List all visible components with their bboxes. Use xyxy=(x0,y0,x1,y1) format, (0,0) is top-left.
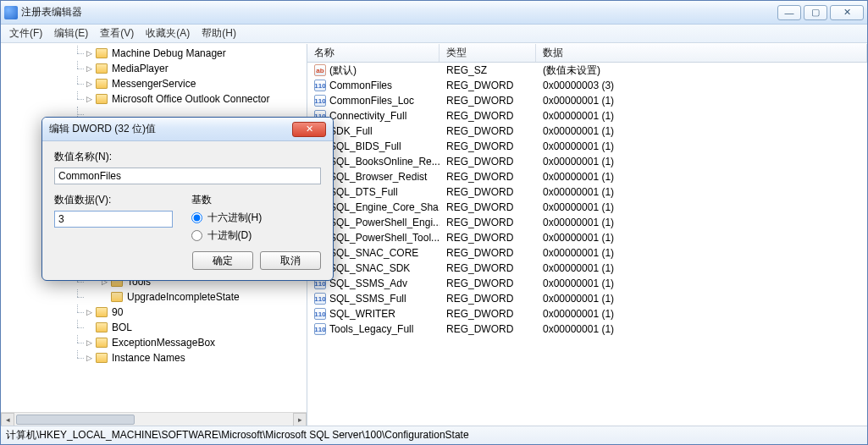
table-row[interactable]: 110SDK_FullREG_DWORD0x00000001 (1) xyxy=(307,124,867,139)
value-type: REG_DWORD xyxy=(440,140,536,152)
value-type: REG_DWORD xyxy=(440,110,536,122)
table-row[interactable]: 110Connectivity_FullREG_DWORD0x00000001 … xyxy=(307,108,867,124)
value-name: SQL_BooksOnline_Re... xyxy=(329,156,440,168)
expand-icon[interactable]: ▷ xyxy=(86,309,93,316)
window-buttons: — ▢ ✕ xyxy=(777,5,864,20)
ok-button[interactable]: 确定 xyxy=(192,251,253,270)
value-data: 0x00000001 (1) xyxy=(536,171,867,183)
tree-item[interactable]: BOL xyxy=(110,320,134,335)
menu-file[interactable]: 文件(F) xyxy=(4,25,47,42)
value-name: SQL_SNAC_SDK xyxy=(329,262,410,274)
radio-dec-input[interactable] xyxy=(191,230,202,241)
value-name: CommonFiles xyxy=(329,80,392,91)
tree-item[interactable]: Machine Debug Manager xyxy=(110,46,228,61)
table-row[interactable]: 110SQL_SNAC_SDKREG_DWORD0x00000001 (1) xyxy=(307,261,867,276)
value-data: 0x00000001 (1) xyxy=(536,201,867,213)
tree-item[interactable]: UpgradeIncompleteState xyxy=(125,289,241,305)
value-type: REG_DWORD xyxy=(440,156,536,168)
value-type: REG_DWORD xyxy=(440,232,536,244)
value-data-field[interactable] xyxy=(54,211,173,228)
table-row[interactable]: 110SQL_PowerShell_Tool...REG_DWORD0x0000… xyxy=(307,230,867,245)
scroll-left-icon[interactable]: ◂ xyxy=(1,413,14,426)
table-row[interactable]: 110SQL_SSMS_FullREG_DWORD0x00000001 (1) xyxy=(307,291,867,306)
dialog-body: 数值名称(N): 数值数据(V): 基数 十六进制(H) 十进制(D) xyxy=(42,141,333,251)
tree-item[interactable]: 90 xyxy=(110,305,124,320)
value-data: 0x00000001 (1) xyxy=(536,156,867,168)
value-type: REG_DWORD xyxy=(440,217,536,228)
table-row[interactable]: 110SQL_BooksOnline_Re...REG_DWORD0x00000… xyxy=(307,154,867,169)
scroll-thumb[interactable] xyxy=(16,415,135,425)
table-row[interactable]: 110Tools_Legacy_FullREG_DWORD0x00000001 … xyxy=(307,321,867,337)
expand-icon[interactable]: ▷ xyxy=(86,65,93,73)
table-row[interactable]: 110SQL_BIDS_FullREG_DWORD0x00000001 (1) xyxy=(307,139,867,154)
value-icon: 110 xyxy=(314,293,326,305)
expand-icon[interactable]: ▷ xyxy=(86,339,93,347)
table-row[interactable]: 110CommonFilesREG_DWORD0x00000003 (3) xyxy=(307,78,867,93)
folder-icon xyxy=(96,307,108,317)
table-row[interactable]: 110SQL_DTS_FullREG_DWORD0x00000001 (1) xyxy=(307,184,867,200)
table-row[interactable]: 110SQL_WRITERREG_DWORD0x00000001 (1) xyxy=(307,306,867,321)
expand-icon[interactable]: ▷ xyxy=(86,50,93,58)
radio-dec[interactable]: 十进制(D) xyxy=(191,228,321,243)
value-icon: 110 xyxy=(314,323,326,335)
close-button[interactable]: ✕ xyxy=(830,5,864,20)
expand-icon[interactable]: ▷ xyxy=(86,354,93,362)
value-name: SQL_BIDS_Full xyxy=(329,140,401,152)
app-icon xyxy=(4,6,18,19)
tree-item[interactable]: ExceptionMessageBox xyxy=(110,335,217,350)
expand-icon[interactable]: ▷ xyxy=(86,80,93,88)
dialog-close-button[interactable]: ✕ xyxy=(292,122,326,137)
table-row[interactable]: 110SQL_Engine_Core_Sha...REG_DWORD0x0000… xyxy=(307,200,867,215)
value-data: 0x00000001 (1) xyxy=(536,95,867,107)
menu-edit[interactable]: 编辑(E) xyxy=(49,25,93,42)
value-icon: 110 xyxy=(314,308,326,320)
column-header-type[interactable]: 类型 xyxy=(440,44,536,62)
expand-icon[interactable] xyxy=(101,294,108,301)
value-name-field[interactable] xyxy=(54,168,321,184)
value-name: SQL_SNAC_CORE xyxy=(329,247,418,259)
value-type: REG_DWORD xyxy=(440,80,536,91)
tree-horizontal-scrollbar[interactable]: ◂ ▸ xyxy=(1,412,307,426)
folder-icon xyxy=(96,79,108,89)
table-row[interactable]: 110SQL_Browser_RedistREG_DWORD0x00000001… xyxy=(307,169,867,184)
expand-icon[interactable]: ▷ xyxy=(86,96,93,103)
minimize-button[interactable]: — xyxy=(777,5,801,20)
scroll-right-icon[interactable]: ▸ xyxy=(293,413,307,426)
value-type: REG_DWORD xyxy=(440,125,536,137)
dialog-title: 编辑 DWORD (32 位)值 xyxy=(49,122,292,136)
cancel-button[interactable]: 取消 xyxy=(260,251,321,270)
menu-favorites[interactable]: 收藏夹(A) xyxy=(141,25,195,42)
table-row[interactable]: 110SQL_PowerShell_Engi...REG_DWORD0x0000… xyxy=(307,215,867,230)
value-name: SQL_DTS_Full xyxy=(329,186,398,198)
tree-item[interactable]: Microsoft Office Outlook Connector xyxy=(110,91,272,107)
window-title: 注册表编辑器 xyxy=(21,5,777,19)
folder-icon xyxy=(96,353,108,363)
table-row[interactable]: ab(默认)REG_SZ(数值未设置) xyxy=(307,63,867,78)
menu-help[interactable]: 帮助(H) xyxy=(196,25,241,42)
radio-hex-input[interactable] xyxy=(191,212,202,223)
value-name: SQL_Engine_Core_Sha... xyxy=(329,201,440,213)
value-type: REG_DWORD xyxy=(440,247,536,259)
table-row[interactable]: 110SQL_SSMS_AdvREG_DWORD0x00000001 (1) xyxy=(307,276,867,291)
table-row[interactable]: 110SQL_SNAC_COREREG_DWORD0x00000001 (1) xyxy=(307,245,867,261)
column-header-data[interactable]: 数据 xyxy=(536,44,867,62)
folder-icon xyxy=(111,292,123,302)
expand-icon[interactable] xyxy=(86,324,93,332)
menu-view[interactable]: 查看(V) xyxy=(95,25,139,42)
value-name: SQL_PowerShell_Engi... xyxy=(329,217,440,228)
value-name: Tools_Legacy_Full xyxy=(329,323,413,335)
table-row[interactable]: 110CommonFiles_LocREG_DWORD0x00000001 (1… xyxy=(307,93,867,108)
maximize-button[interactable]: ▢ xyxy=(804,5,827,20)
column-header-name[interactable]: 名称 xyxy=(307,44,440,62)
list-body[interactable]: ab(默认)REG_SZ(数值未设置)110CommonFilesREG_DWO… xyxy=(307,63,867,337)
value-type: REG_DWORD xyxy=(440,95,536,107)
tree-item[interactable]: MessengerService xyxy=(110,76,197,91)
tree-item[interactable]: Instance Names xyxy=(110,350,187,365)
list-pane: 名称 类型 数据 ab(默认)REG_SZ(数值未设置)110CommonFil… xyxy=(307,44,867,426)
value-type: REG_DWORD xyxy=(440,171,536,183)
radio-hex-label: 十六进制(H) xyxy=(207,212,263,223)
radio-hex[interactable]: 十六进制(H) xyxy=(191,211,321,225)
value-data: 0x00000001 (1) xyxy=(536,277,867,289)
value-type: REG_SZ xyxy=(440,64,536,76)
tree-item[interactable]: MediaPlayer xyxy=(110,61,170,76)
